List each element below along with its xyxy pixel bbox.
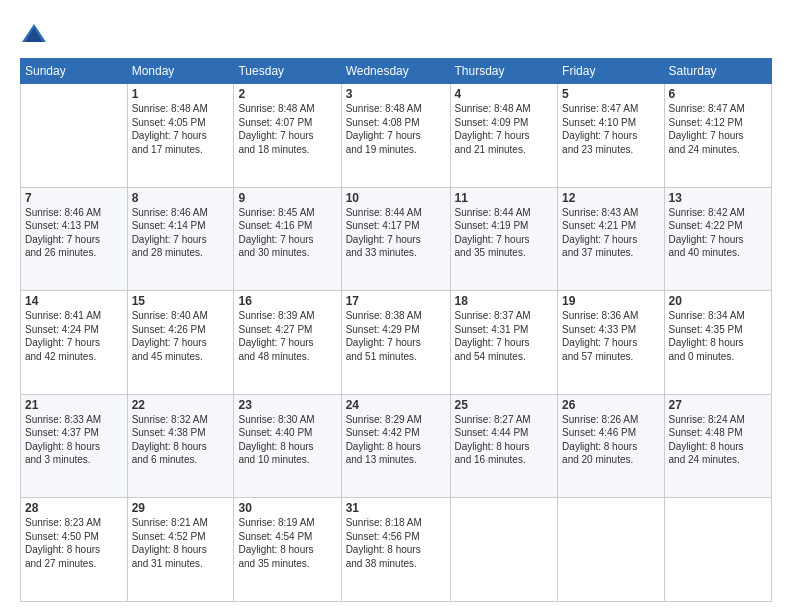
day-number: 27 (669, 398, 767, 412)
day-info: Sunrise: 8:46 AM Sunset: 4:13 PM Dayligh… (25, 206, 123, 260)
day-cell (558, 498, 664, 602)
day-info: Sunrise: 8:21 AM Sunset: 4:52 PM Dayligh… (132, 516, 230, 570)
day-cell: 26Sunrise: 8:26 AM Sunset: 4:46 PM Dayli… (558, 394, 664, 498)
day-number: 10 (346, 191, 446, 205)
day-number: 12 (562, 191, 659, 205)
day-cell: 12Sunrise: 8:43 AM Sunset: 4:21 PM Dayli… (558, 187, 664, 291)
day-cell: 20Sunrise: 8:34 AM Sunset: 4:35 PM Dayli… (664, 291, 771, 395)
logo (20, 20, 52, 48)
day-info: Sunrise: 8:19 AM Sunset: 4:54 PM Dayligh… (238, 516, 336, 570)
day-cell: 11Sunrise: 8:44 AM Sunset: 4:19 PM Dayli… (450, 187, 558, 291)
day-number: 30 (238, 501, 336, 515)
day-number: 8 (132, 191, 230, 205)
day-cell: 18Sunrise: 8:37 AM Sunset: 4:31 PM Dayli… (450, 291, 558, 395)
day-cell: 2Sunrise: 8:48 AM Sunset: 4:07 PM Daylig… (234, 84, 341, 188)
day-cell: 10Sunrise: 8:44 AM Sunset: 4:17 PM Dayli… (341, 187, 450, 291)
day-number: 25 (455, 398, 554, 412)
header-saturday: Saturday (664, 59, 771, 84)
day-number: 5 (562, 87, 659, 101)
day-cell: 27Sunrise: 8:24 AM Sunset: 4:48 PM Dayli… (664, 394, 771, 498)
header-wednesday: Wednesday (341, 59, 450, 84)
header-thursday: Thursday (450, 59, 558, 84)
day-cell: 19Sunrise: 8:36 AM Sunset: 4:33 PM Dayli… (558, 291, 664, 395)
day-cell: 4Sunrise: 8:48 AM Sunset: 4:09 PM Daylig… (450, 84, 558, 188)
day-cell: 5Sunrise: 8:47 AM Sunset: 4:10 PM Daylig… (558, 84, 664, 188)
day-info: Sunrise: 8:48 AM Sunset: 4:05 PM Dayligh… (132, 102, 230, 156)
week-row-2: 7Sunrise: 8:46 AM Sunset: 4:13 PM Daylig… (21, 187, 772, 291)
day-info: Sunrise: 8:42 AM Sunset: 4:22 PM Dayligh… (669, 206, 767, 260)
day-info: Sunrise: 8:39 AM Sunset: 4:27 PM Dayligh… (238, 309, 336, 363)
day-cell (21, 84, 128, 188)
day-number: 24 (346, 398, 446, 412)
week-row-5: 28Sunrise: 8:23 AM Sunset: 4:50 PM Dayli… (21, 498, 772, 602)
day-number: 13 (669, 191, 767, 205)
day-number: 23 (238, 398, 336, 412)
day-cell: 24Sunrise: 8:29 AM Sunset: 4:42 PM Dayli… (341, 394, 450, 498)
day-cell: 14Sunrise: 8:41 AM Sunset: 4:24 PM Dayli… (21, 291, 128, 395)
day-number: 9 (238, 191, 336, 205)
day-number: 15 (132, 294, 230, 308)
day-number: 31 (346, 501, 446, 515)
day-info: Sunrise: 8:18 AM Sunset: 4:56 PM Dayligh… (346, 516, 446, 570)
day-info: Sunrise: 8:40 AM Sunset: 4:26 PM Dayligh… (132, 309, 230, 363)
header-sunday: Sunday (21, 59, 128, 84)
day-info: Sunrise: 8:24 AM Sunset: 4:48 PM Dayligh… (669, 413, 767, 467)
day-info: Sunrise: 8:45 AM Sunset: 4:16 PM Dayligh… (238, 206, 336, 260)
day-number: 18 (455, 294, 554, 308)
header-tuesday: Tuesday (234, 59, 341, 84)
day-info: Sunrise: 8:47 AM Sunset: 4:12 PM Dayligh… (669, 102, 767, 156)
day-info: Sunrise: 8:44 AM Sunset: 4:17 PM Dayligh… (346, 206, 446, 260)
day-cell: 23Sunrise: 8:30 AM Sunset: 4:40 PM Dayli… (234, 394, 341, 498)
day-number: 26 (562, 398, 659, 412)
day-info: Sunrise: 8:36 AM Sunset: 4:33 PM Dayligh… (562, 309, 659, 363)
header-friday: Friday (558, 59, 664, 84)
day-info: Sunrise: 8:43 AM Sunset: 4:21 PM Dayligh… (562, 206, 659, 260)
day-cell: 8Sunrise: 8:46 AM Sunset: 4:14 PM Daylig… (127, 187, 234, 291)
week-row-4: 21Sunrise: 8:33 AM Sunset: 4:37 PM Dayli… (21, 394, 772, 498)
day-cell: 22Sunrise: 8:32 AM Sunset: 4:38 PM Dayli… (127, 394, 234, 498)
day-cell: 25Sunrise: 8:27 AM Sunset: 4:44 PM Dayli… (450, 394, 558, 498)
day-number: 11 (455, 191, 554, 205)
day-info: Sunrise: 8:23 AM Sunset: 4:50 PM Dayligh… (25, 516, 123, 570)
day-cell: 21Sunrise: 8:33 AM Sunset: 4:37 PM Dayli… (21, 394, 128, 498)
day-number: 21 (25, 398, 123, 412)
day-cell: 9Sunrise: 8:45 AM Sunset: 4:16 PM Daylig… (234, 187, 341, 291)
day-cell (664, 498, 771, 602)
day-number: 6 (669, 87, 767, 101)
day-cell: 15Sunrise: 8:40 AM Sunset: 4:26 PM Dayli… (127, 291, 234, 395)
day-number: 7 (25, 191, 123, 205)
day-info: Sunrise: 8:34 AM Sunset: 4:35 PM Dayligh… (669, 309, 767, 363)
day-number: 4 (455, 87, 554, 101)
day-number: 14 (25, 294, 123, 308)
day-info: Sunrise: 8:48 AM Sunset: 4:09 PM Dayligh… (455, 102, 554, 156)
day-cell: 17Sunrise: 8:38 AM Sunset: 4:29 PM Dayli… (341, 291, 450, 395)
day-info: Sunrise: 8:37 AM Sunset: 4:31 PM Dayligh… (455, 309, 554, 363)
day-cell (450, 498, 558, 602)
day-number: 22 (132, 398, 230, 412)
day-cell: 30Sunrise: 8:19 AM Sunset: 4:54 PM Dayli… (234, 498, 341, 602)
day-info: Sunrise: 8:30 AM Sunset: 4:40 PM Dayligh… (238, 413, 336, 467)
calendar-table: SundayMondayTuesdayWednesdayThursdayFrid… (20, 58, 772, 602)
header (20, 16, 772, 48)
day-info: Sunrise: 8:48 AM Sunset: 4:08 PM Dayligh… (346, 102, 446, 156)
day-info: Sunrise: 8:41 AM Sunset: 4:24 PM Dayligh… (25, 309, 123, 363)
day-cell: 6Sunrise: 8:47 AM Sunset: 4:12 PM Daylig… (664, 84, 771, 188)
day-info: Sunrise: 8:38 AM Sunset: 4:29 PM Dayligh… (346, 309, 446, 363)
day-number: 1 (132, 87, 230, 101)
day-info: Sunrise: 8:48 AM Sunset: 4:07 PM Dayligh… (238, 102, 336, 156)
day-info: Sunrise: 8:26 AM Sunset: 4:46 PM Dayligh… (562, 413, 659, 467)
page: SundayMondayTuesdayWednesdayThursdayFrid… (0, 0, 792, 612)
day-number: 20 (669, 294, 767, 308)
day-number: 17 (346, 294, 446, 308)
day-cell: 7Sunrise: 8:46 AM Sunset: 4:13 PM Daylig… (21, 187, 128, 291)
day-number: 28 (25, 501, 123, 515)
day-cell: 31Sunrise: 8:18 AM Sunset: 4:56 PM Dayli… (341, 498, 450, 602)
day-number: 16 (238, 294, 336, 308)
day-number: 2 (238, 87, 336, 101)
day-info: Sunrise: 8:29 AM Sunset: 4:42 PM Dayligh… (346, 413, 446, 467)
day-cell: 16Sunrise: 8:39 AM Sunset: 4:27 PM Dayli… (234, 291, 341, 395)
day-number: 29 (132, 501, 230, 515)
day-info: Sunrise: 8:27 AM Sunset: 4:44 PM Dayligh… (455, 413, 554, 467)
logo-icon (20, 20, 48, 48)
day-cell: 29Sunrise: 8:21 AM Sunset: 4:52 PM Dayli… (127, 498, 234, 602)
